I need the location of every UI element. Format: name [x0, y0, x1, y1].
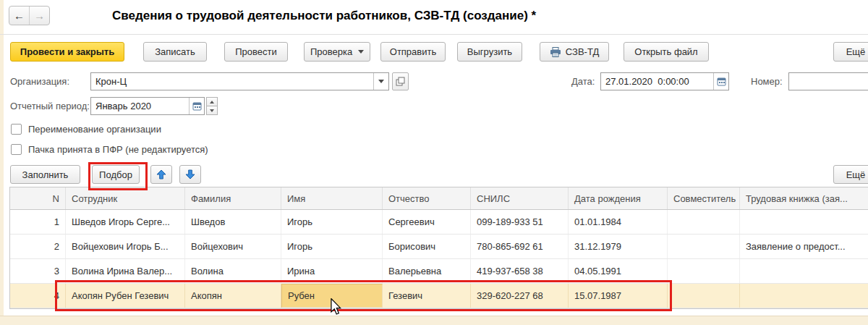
column-header-parttime[interactable]: Совместитель — [668, 187, 740, 209]
table-cell-parttime[interactable] — [668, 259, 740, 283]
write-button[interactable]: Записать — [143, 42, 207, 62]
table-cell-workbook[interactable] — [740, 259, 868, 283]
page-title: Сведения о трудовой деятельности работни… — [112, 9, 536, 23]
send-button[interactable]: Отправить — [380, 42, 446, 62]
report-period-label: Отчетный период: — [10, 97, 90, 115]
table-cell-lastname[interactable]: Шведов — [185, 210, 281, 234]
table-cell-birthdate[interactable]: 01.01.1984 — [569, 210, 668, 234]
table-cell-lastname[interactable]: Волина — [185, 259, 281, 283]
table-row[interactable]: 3Волина Ирина Валер...ВолинаИринаВалерье… — [10, 259, 868, 284]
table-row[interactable]: 4Акопян Рубен ГезевичАкопянРубенГезевич3… — [10, 284, 868, 308]
szv-td-print-button[interactable]: СЗВ-ТД — [540, 42, 609, 62]
date-label: Дата: — [571, 72, 595, 90]
table-cell-n[interactable]: 1 — [10, 210, 66, 234]
table-cell-birthdate[interactable]: 04.05.1991 — [569, 259, 668, 283]
post-and-close-button[interactable]: Провести и закрыть — [10, 42, 124, 62]
table-cell-n[interactable]: 2 — [10, 235, 66, 258]
organization-dropdown-toggle[interactable] — [373, 73, 388, 90]
table-cell-firstname[interactable]: Игорь — [281, 235, 383, 258]
title-divider — [0, 34, 868, 35]
table-cell-workbook[interactable]: Заявление о предост... — [740, 235, 868, 258]
table-cell-workbook[interactable] — [740, 210, 868, 234]
table-header-row: NСотрудникФамилияИмяОтчествоСНИЛСДата ро… — [10, 187, 868, 210]
table-cell-middlename[interactable]: Гезевич — [383, 284, 471, 308]
table-cell-employee[interactable]: Шведов Игорь Серге... — [66, 210, 185, 234]
list-more-button[interactable]: Ещё — [833, 165, 868, 184]
table-cell-birthdate[interactable]: 15.07.1987 — [569, 284, 668, 308]
table-row[interactable]: 1Шведов Игорь Серге...ШведовИгорьСергеев… — [10, 210, 868, 235]
column-header-birthdate[interactable]: Дата рождения — [569, 187, 668, 209]
table-cell-firstname[interactable]: Ирина — [281, 259, 383, 283]
table-cell-employee[interactable]: Войцехович Игорь Б... — [66, 235, 185, 258]
organization-value: Крон-Ц — [91, 76, 373, 87]
table-cell-lastname[interactable]: Войцехович — [185, 235, 281, 258]
table-cell-n[interactable]: 4 — [10, 284, 66, 308]
window-frame-bottom — [0, 316, 868, 325]
table-row[interactable]: 2Войцехович Игорь Б...ВойцеховичИгорьБор… — [10, 235, 868, 259]
post-button[interactable]: Провести — [224, 42, 288, 62]
calendar-icon — [192, 101, 202, 111]
rename-org-checkbox-row[interactable]: Переименование организации — [11, 122, 161, 135]
organization-combobox[interactable]: Крон-Ц — [90, 72, 389, 90]
stepper-up-button[interactable] — [206, 97, 218, 106]
pfr-accepted-checkbox-row[interactable]: Пачка принята в ПФР (не редактируется) — [11, 143, 208, 156]
table-cell-snils[interactable]: 780-865-692 61 — [471, 235, 569, 258]
calendar-icon — [717, 77, 726, 86]
open-link-icon — [396, 77, 405, 86]
period-calendar-button[interactable] — [189, 98, 204, 114]
number-label: Номер: — [751, 72, 783, 90]
move-up-button[interactable] — [150, 165, 172, 184]
arrow-down-icon — [185, 169, 195, 180]
date-input[interactable]: 27.01.2020 0:00:00 — [600, 72, 729, 90]
back-arrow-icon[interactable]: ← — [9, 7, 29, 25]
table-cell-employee[interactable]: Волина Ирина Валер... — [66, 259, 185, 283]
pfr-accepted-checkbox[interactable] — [11, 144, 22, 155]
report-period-value: Январь 2020 — [91, 101, 189, 111]
forward-arrow-icon[interactable]: → — [29, 7, 49, 25]
column-header-workbook[interactable]: Трудовая книжка (зая... — [740, 187, 868, 209]
column-header-n[interactable]: N — [10, 187, 66, 209]
date-value: 27.01.2020 0:00:00 — [601, 76, 713, 87]
open-file-button[interactable]: Открыть файл — [624, 42, 709, 62]
table-cell-parttime[interactable] — [668, 284, 740, 308]
move-down-button[interactable] — [179, 165, 201, 184]
table-cell-snils[interactable]: 329-620-227 68 — [471, 284, 569, 308]
pick-button[interactable]: Подбор — [92, 165, 140, 184]
organization-open-button[interactable] — [392, 72, 409, 90]
check-dropdown-button[interactable]: Проверка — [304, 42, 370, 62]
triangle-up-icon — [210, 101, 214, 104]
column-header-lastname[interactable]: Фамилия — [185, 187, 281, 209]
column-header-employee[interactable]: Сотрудник — [66, 187, 185, 209]
table-cell-parttime[interactable] — [668, 210, 740, 234]
column-header-firstname[interactable]: Имя — [281, 187, 383, 209]
history-nav: ← → — [9, 6, 50, 25]
table-cell-firstname[interactable]: Игорь — [281, 210, 383, 234]
table-cell-firstname[interactable]: Рубен — [281, 284, 383, 308]
table-cell-employee[interactable]: Акопян Рубен Гезевич — [66, 284, 185, 308]
report-period-input[interactable]: Январь 2020 — [90, 97, 205, 115]
fill-button[interactable]: Заполнить — [10, 165, 80, 184]
rename-org-label: Переименование организации — [28, 124, 161, 135]
toolbar-more-button[interactable]: Ещё — [833, 42, 868, 62]
table-cell-workbook[interactable] — [740, 284, 868, 308]
table-cell-snils[interactable]: 099-189-933 51 — [471, 210, 569, 234]
column-header-middlename[interactable]: Отчество — [383, 187, 471, 209]
employees-table: NСотрудникФамилияИмяОтчествоСНИЛСДата ро… — [9, 187, 868, 309]
table-cell-middlename[interactable]: Сергеевич — [383, 210, 471, 234]
table-cell-birthdate[interactable]: 31.12.1979 — [569, 235, 668, 258]
date-calendar-button[interactable] — [713, 73, 728, 90]
triangle-down-icon — [210, 109, 214, 112]
stepper-down-button[interactable] — [206, 106, 218, 115]
table-cell-lastname[interactable]: Акопян — [185, 284, 281, 308]
table-cell-n[interactable]: 3 — [10, 259, 66, 283]
check-label: Проверка — [310, 46, 352, 57]
table-cell-parttime[interactable] — [668, 235, 740, 258]
column-header-snils[interactable]: СНИЛС — [471, 187, 569, 209]
export-button[interactable]: Выгрузить — [457, 42, 522, 62]
table-cell-middlename[interactable]: Валерьевна — [383, 259, 471, 283]
table-cell-middlename[interactable]: Борисович — [383, 235, 471, 258]
rename-org-checkbox[interactable] — [11, 124, 22, 135]
table-cell-snils[interactable]: 419-937-658 38 — [471, 259, 569, 283]
period-stepper[interactable] — [206, 97, 218, 115]
number-input[interactable] — [788, 72, 868, 90]
